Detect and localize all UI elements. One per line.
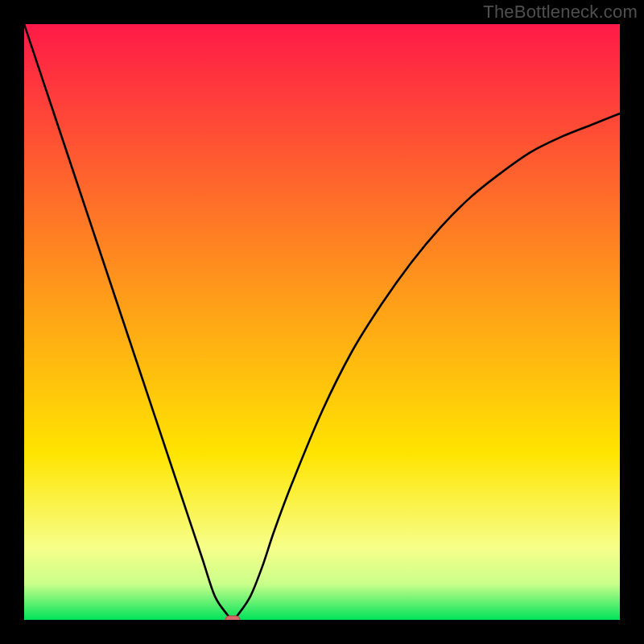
gradient-background (24, 24, 620, 620)
optimal-point-marker (225, 616, 240, 620)
chart-svg (24, 24, 620, 620)
chart-frame: TheBottleneck.com (0, 0, 644, 644)
watermark-text: TheBottleneck.com (483, 2, 638, 23)
plot-area (24, 24, 620, 620)
